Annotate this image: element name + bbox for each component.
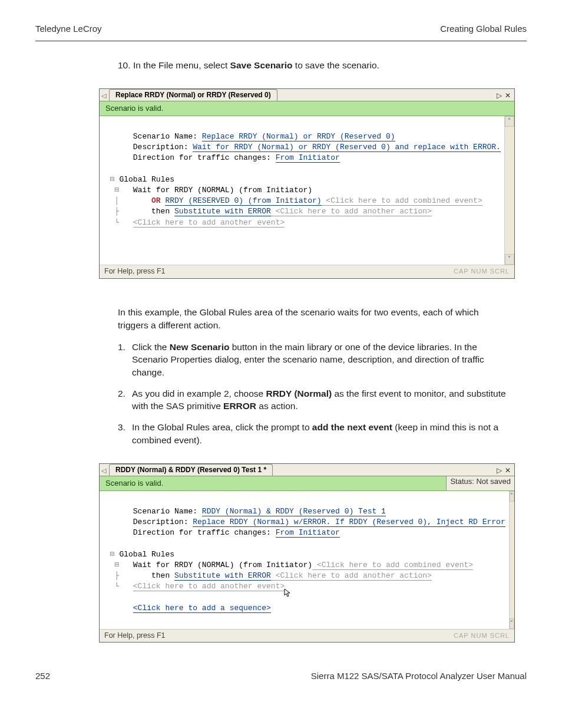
step-number: 2. bbox=[118, 387, 132, 413]
step-text: As you did in example 2, choose RRDY (No… bbox=[132, 387, 509, 413]
close-icon[interactable]: ✕ bbox=[505, 466, 511, 476]
or-event-link[interactable]: RRDY (RESERVED 0) (from Initiator) bbox=[165, 196, 321, 206]
then-keyword: then bbox=[151, 571, 174, 580]
direction-link[interactable]: From Initiator bbox=[276, 153, 340, 163]
step-2: 2. As you did in example 2, choose RRDY … bbox=[118, 387, 509, 413]
status-bar: Scenario is valid. Status: Not saved bbox=[100, 476, 514, 491]
b: New Scenario bbox=[170, 342, 230, 352]
label-direction: Direction for traffic changes: bbox=[133, 528, 276, 537]
add-action-hint[interactable]: <Click here to add another action> bbox=[271, 207, 432, 216]
help-text: For Help, press F1 bbox=[104, 631, 166, 641]
scenario-name-link[interactable]: Replace RRDY (Normal) or RRDY (Reserved … bbox=[202, 132, 395, 141]
global-rules-label: Global Rules bbox=[119, 550, 174, 559]
tab-scenario[interactable]: RDDY (Normal) & RDDY (Reserved 0) Test 1… bbox=[109, 464, 273, 476]
step-10: 10. In the File menu, select Save Scenar… bbox=[118, 59, 509, 72]
header-right: Creating Global Rules bbox=[440, 22, 527, 35]
step-text: Click the New Scenario button in the mai… bbox=[132, 341, 509, 379]
step-3: 3. In the Global Rules area, click the p… bbox=[118, 421, 509, 446]
then-action-link[interactable]: Substitute with ERROR bbox=[174, 207, 271, 216]
add-event-hint[interactable]: <Click here to add another event> bbox=[133, 582, 285, 591]
t: In the Global Rules area, click the prom… bbox=[132, 422, 312, 432]
b: ERROR bbox=[223, 401, 256, 411]
tab-bar: ◁ Replace RRDY (Normal) or RRDY (Reserve… bbox=[100, 89, 514, 101]
editor: Scenario Name: RDDY (Normal) & RDDY (Res… bbox=[100, 491, 514, 629]
step-suffix: to save the scenario. bbox=[293, 60, 379, 70]
scroll-track[interactable] bbox=[510, 502, 514, 618]
step-number: 1. bbox=[118, 341, 132, 379]
tab-prev-icon[interactable]: ◁ bbox=[100, 91, 108, 100]
scrollbar[interactable]: ˄ ˅ bbox=[509, 491, 514, 629]
wait-event[interactable]: Wait for RRDY (NORMAL) (from Initiator) bbox=[133, 186, 312, 195]
scroll-up-icon[interactable]: ˄ bbox=[505, 116, 514, 127]
tab-prev-icon[interactable]: ◁ bbox=[100, 466, 108, 475]
step-1: 1. Click the New Scenario button in the … bbox=[118, 341, 509, 379]
scroll-track[interactable] bbox=[505, 127, 514, 254]
tab-next-icon[interactable]: ▷ bbox=[497, 466, 502, 476]
wait-event[interactable]: Wait for RRDY (NORMAL) (from Initiator) bbox=[133, 561, 312, 569]
label-scenario-name: Scenario Name: bbox=[133, 132, 202, 141]
header-rule bbox=[35, 41, 527, 41]
step-number: 10. bbox=[118, 59, 133, 72]
close-icon[interactable]: ✕ bbox=[505, 91, 511, 101]
direction-link[interactable]: From Initiator bbox=[276, 528, 340, 538]
tab-next-icon[interactable]: ▷ bbox=[497, 91, 502, 101]
step-text: In the File menu, select Save Scenario t… bbox=[133, 59, 509, 72]
add-action-hint[interactable]: <Click here to add another action> bbox=[271, 571, 432, 581]
screenshot-2: ◁ RDDY (Normal) & RDDY (Reserved 0) Test… bbox=[99, 463, 515, 643]
step-prefix: In the File menu, select bbox=[133, 60, 230, 70]
help-text: For Help, press F1 bbox=[104, 266, 166, 277]
t: As you did in example 2, choose bbox=[132, 388, 266, 398]
description-link[interactable]: Wait for RRDY (Normal) or RRDY (Reserved… bbox=[193, 143, 501, 152]
label-direction: Direction for traffic changes: bbox=[133, 153, 276, 162]
label-scenario-name: Scenario Name: bbox=[133, 507, 202, 516]
scroll-up-icon[interactable]: ˄ bbox=[510, 491, 514, 502]
scrollbar[interactable]: ˄ ˅ bbox=[504, 116, 514, 265]
step-bold: Save Scenario bbox=[230, 60, 293, 70]
t: Click the bbox=[132, 342, 170, 352]
page-number: 252 bbox=[35, 670, 50, 682]
or-keyword: OR bbox=[151, 196, 165, 205]
tab-scenario[interactable]: Replace RRDY (Normal) or RRDY (Reserved … bbox=[109, 89, 277, 101]
bottom-bar: For Help, press F1 CAP NUM SCRL bbox=[100, 265, 514, 278]
status-text: Scenario is valid. bbox=[105, 103, 163, 114]
label-description: Description: bbox=[133, 143, 193, 151]
then-action-link[interactable]: Substitute with ERROR bbox=[174, 571, 271, 581]
status-text: Scenario is valid. bbox=[105, 478, 163, 489]
b: RRDY (Normal) bbox=[266, 388, 332, 398]
editor-body[interactable]: Scenario Name: RDDY (Normal) & RDDY (Res… bbox=[100, 491, 509, 629]
step-number: 3. bbox=[118, 421, 132, 446]
global-rules-label: Global Rules bbox=[119, 175, 174, 184]
editor-body[interactable]: Scenario Name: Replace RRDY (Normal) or … bbox=[100, 116, 504, 265]
then-keyword: then bbox=[151, 207, 174, 216]
add-combined-event-hint[interactable]: <Click here to add combined event> bbox=[322, 196, 482, 206]
status-bar: Scenario is valid. bbox=[100, 101, 514, 116]
bottom-bar: For Help, press F1 CAP NUM SCRL bbox=[100, 629, 514, 643]
status-right: Status: Not saved bbox=[446, 476, 514, 490]
scroll-down-icon[interactable]: ˅ bbox=[510, 618, 514, 629]
tab-bar: ◁ RDDY (Normal) & RDDY (Reserved 0) Test… bbox=[100, 464, 514, 476]
label-description: Description: bbox=[133, 518, 193, 526]
scroll-down-icon[interactable]: ˅ bbox=[505, 254, 514, 265]
editor: Scenario Name: Replace RRDY (Normal) or … bbox=[100, 116, 514, 265]
header-left: Teledyne LeCroy bbox=[35, 22, 102, 35]
step-text: In the Global Rules area, click the prom… bbox=[132, 421, 509, 446]
add-combined-event-hint[interactable]: <Click here to add combined event> bbox=[312, 561, 473, 570]
add-event-hint[interactable]: <Click here to add another event> bbox=[133, 218, 285, 228]
b: add the next event bbox=[312, 422, 392, 432]
scenario-name-link[interactable]: RDDY (Normal) & RDDY (Reserved 0) Test 1 bbox=[202, 507, 386, 516]
screenshot-1: ◁ Replace RRDY (Normal) or RRDY (Reserve… bbox=[99, 88, 515, 279]
footer-title: Sierra M122 SAS/SATA Protocol Analyzer U… bbox=[311, 670, 527, 682]
description-link[interactable]: Replace RDDY (Normal) w/ERROR. If RDDY (… bbox=[193, 518, 505, 527]
t: as action. bbox=[256, 401, 298, 411]
cap-num-scrl: CAP NUM SCRL bbox=[454, 631, 510, 640]
mid-paragraph: In this example, the Global Rules area o… bbox=[118, 306, 509, 331]
cap-num-scrl: CAP NUM SCRL bbox=[454, 267, 510, 276]
add-sequence-link[interactable]: <Click here to add a sequence> bbox=[133, 604, 271, 613]
